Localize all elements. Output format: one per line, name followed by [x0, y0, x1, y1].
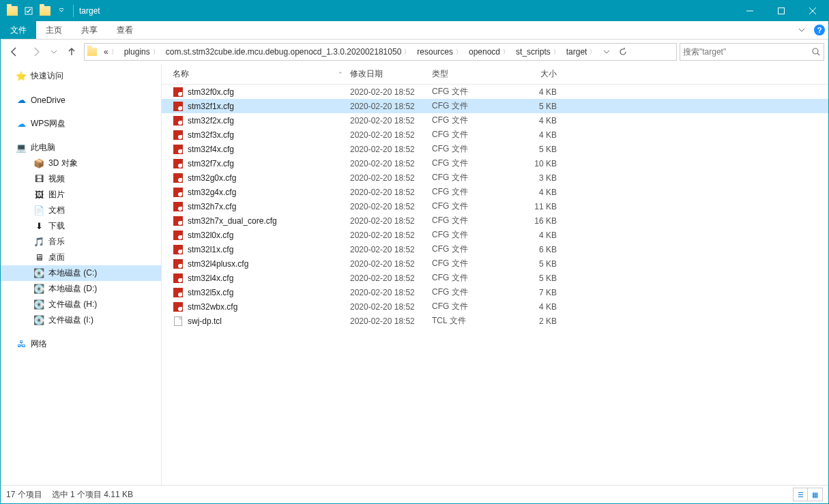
file-row[interactable]: stm32f7x.cfg 2020-02-20 18:52 CFG 文件 10 … — [162, 156, 828, 171]
breadcrumb-segment[interactable]: plugins〉 — [120, 44, 162, 60]
nav-pc-item[interactable]: 📄文档 — [1, 203, 161, 218]
file-name: stm32l1x.cfg — [188, 245, 350, 254]
refresh-button[interactable] — [615, 44, 631, 60]
nav-pc-item[interactable]: 🖼图片 — [1, 187, 161, 203]
nav-label: WPS网盘 — [31, 118, 66, 130]
file-list[interactable]: stm32f0x.cfg 2020-02-20 18:52 CFG 文件 4 K… — [162, 85, 828, 485]
file-icon — [173, 158, 184, 169]
nav-onedrive[interactable]: ☁OneDrive — [1, 92, 161, 108]
address-dropdown-icon[interactable] — [598, 44, 615, 60]
up-button[interactable] — [62, 42, 81, 61]
file-name: stm32f7x.cfg — [188, 159, 350, 168]
file-name: stm32wbx.cfg — [188, 302, 350, 312]
file-date: 2020-02-20 18:52 — [350, 173, 432, 183]
tab-home[interactable]: 主页 — [36, 21, 72, 39]
forward-button[interactable] — [27, 42, 46, 61]
recent-dropdown-icon[interactable] — [48, 42, 59, 61]
breadcrumb-segment[interactable]: target〉 — [562, 44, 599, 60]
file-type: CFG 文件 — [432, 215, 510, 226]
column-size[interactable]: 大小 — [510, 68, 557, 80]
file-name: stm32f2x.cfg — [188, 116, 350, 125]
file-row[interactable]: stm32l4x.cfg 2020-02-20 18:52 CFG 文件 5 K… — [162, 271, 828, 285]
nav-pc-item[interactable]: 🎵音乐 — [1, 234, 161, 250]
breadcrumb-segment[interactable]: resources〉 — [413, 44, 465, 60]
tab-share[interactable]: 共享 — [72, 21, 107, 39]
nav-pc-item[interactable]: 📦3D 对象 — [1, 155, 161, 171]
file-row[interactable]: swj-dp.tcl 2020-02-20 18:52 TCL 文件 2 KB — [162, 314, 828, 328]
help-button[interactable]: ? — [811, 21, 828, 39]
breadcrumb-segment[interactable]: st_scripts〉 — [512, 44, 562, 60]
folder-icon[interactable] — [5, 3, 20, 18]
tab-file[interactable]: 文件 — [1, 21, 36, 39]
file-name: stm32l4x.cfg — [188, 273, 350, 283]
file-size: 4 KB — [510, 302, 557, 312]
network-icon: 🖧 — [16, 339, 27, 350]
file-row[interactable]: stm32wbx.cfg 2020-02-20 18:52 CFG 文件 4 K… — [162, 299, 828, 314]
nav-wps[interactable]: ☁WPS网盘 — [1, 116, 161, 132]
nav-network[interactable]: 🖧网络 — [1, 336, 161, 352]
file-name: stm32f3x.cfg — [188, 130, 350, 140]
drive-icon: 📦 — [33, 158, 44, 169]
chevron-right-icon: 〉 — [456, 48, 462, 57]
nav-pc-item[interactable]: 💽文件磁盘 (I:) — [1, 312, 161, 328]
breadcrumb-segment[interactable]: com.st.stm32cube.ide.mcu.debug.openocd_1… — [162, 44, 413, 60]
file-row[interactable]: stm32g0x.cfg 2020-02-20 18:52 CFG 文件 3 K… — [162, 171, 828, 185]
file-row[interactable]: stm32f3x.cfg 2020-02-20 18:52 CFG 文件 4 K… — [162, 128, 828, 142]
address-field[interactable]: «〉plugins〉com.st.stm32cube.ide.mcu.debug… — [84, 43, 677, 61]
search-box[interactable] — [680, 43, 824, 61]
file-row[interactable]: stm32l0x.cfg 2020-02-20 18:52 CFG 文件 4 K… — [162, 228, 828, 242]
qat-pin-icon[interactable] — [21, 3, 36, 18]
file-row[interactable]: stm32f1x.cfg 2020-02-20 18:52 CFG 文件 5 K… — [162, 99, 828, 113]
file-row[interactable]: stm32g4x.cfg 2020-02-20 18:52 CFG 文件 4 K… — [162, 185, 828, 199]
column-date[interactable]: 修改日期 — [350, 68, 432, 80]
file-name: stm32g0x.cfg — [188, 173, 350, 183]
file-row[interactable]: stm32l5x.cfg 2020-02-20 18:52 CFG 文件 7 K… — [162, 285, 828, 299]
nav-this-pc[interactable]: 💻此电脑 — [1, 140, 161, 155]
column-label: 名称 — [173, 68, 189, 80]
close-button[interactable] — [797, 1, 828, 21]
navigation-pane[interactable]: ⭐快速访问 ☁OneDrive ☁WPS网盘 💻此电脑 📦3D 对象🎞视频🖼图片… — [1, 64, 162, 485]
column-name[interactable]: 名称⌃ — [173, 68, 350, 80]
nav-pc-item[interactable]: 🖥桌面 — [1, 250, 161, 265]
file-date: 2020-02-20 18:52 — [350, 202, 432, 211]
file-row[interactable]: stm32h7x.cfg 2020-02-20 18:52 CFG 文件 11 … — [162, 199, 828, 213]
file-type: CFG 文件 — [432, 86, 510, 98]
file-name: stm32h7x.cfg — [188, 202, 350, 211]
maximize-button[interactable] — [766, 1, 797, 21]
file-date: 2020-02-20 18:52 — [350, 302, 432, 312]
breadcrumb-segment[interactable]: «〉 — [100, 44, 120, 60]
file-row[interactable]: stm32f0x.cfg 2020-02-20 18:52 CFG 文件 4 K… — [162, 85, 828, 99]
file-row[interactable]: stm32l1x.cfg 2020-02-20 18:52 CFG 文件 6 K… — [162, 242, 828, 256]
file-icon — [173, 258, 184, 269]
back-button[interactable] — [5, 42, 24, 61]
ribbon-expand-icon[interactable] — [793, 21, 811, 39]
file-type: TCL 文件 — [432, 315, 510, 327]
nav-pc-item[interactable]: 💽本地磁盘 (D:) — [1, 281, 161, 297]
tab-view[interactable]: 查看 — [107, 21, 143, 39]
search-icon[interactable] — [811, 47, 821, 57]
file-icon — [173, 216, 184, 226]
file-row[interactable]: stm32f4x.cfg 2020-02-20 18:52 CFG 文件 5 K… — [162, 142, 828, 156]
nav-pc-item[interactable]: 💽本地磁盘 (C:) — [1, 265, 161, 281]
breadcrumb-segment[interactable]: openocd〉 — [465, 44, 512, 60]
nav-pc-item[interactable]: ⬇下载 — [1, 218, 161, 234]
nav-quick-access[interactable]: ⭐快速访问 — [1, 68, 161, 84]
view-details-button[interactable]: ☰ — [793, 488, 808, 501]
column-headers[interactable]: 名称⌃ 修改日期 类型 大小 — [162, 64, 828, 85]
folder-icon-2[interactable] — [38, 3, 53, 18]
column-type[interactable]: 类型 — [432, 68, 510, 80]
nav-pc-item[interactable]: 🎞视频 — [1, 171, 161, 187]
cloud-icon: ☁ — [16, 119, 27, 130]
file-size: 5 KB — [510, 145, 557, 154]
view-icons-button[interactable]: ▦ — [808, 488, 823, 501]
minimize-button[interactable] — [734, 1, 766, 21]
file-row[interactable]: stm32h7x_dual_core.cfg 2020-02-20 18:52 … — [162, 213, 828, 228]
nav-pc-item[interactable]: 💽文件磁盘 (H:) — [1, 297, 161, 312]
file-size: 2 KB — [510, 316, 557, 326]
file-row[interactable]: stm32l4plusx.cfg 2020-02-20 18:52 CFG 文件… — [162, 256, 828, 271]
search-input[interactable] — [683, 47, 811, 57]
qat-dropdown-icon[interactable] — [54, 3, 69, 18]
file-row[interactable]: stm32f2x.cfg 2020-02-20 18:52 CFG 文件 4 K… — [162, 113, 828, 128]
svg-rect-1 — [59, 8, 63, 9]
file-date: 2020-02-20 18:52 — [350, 273, 432, 283]
